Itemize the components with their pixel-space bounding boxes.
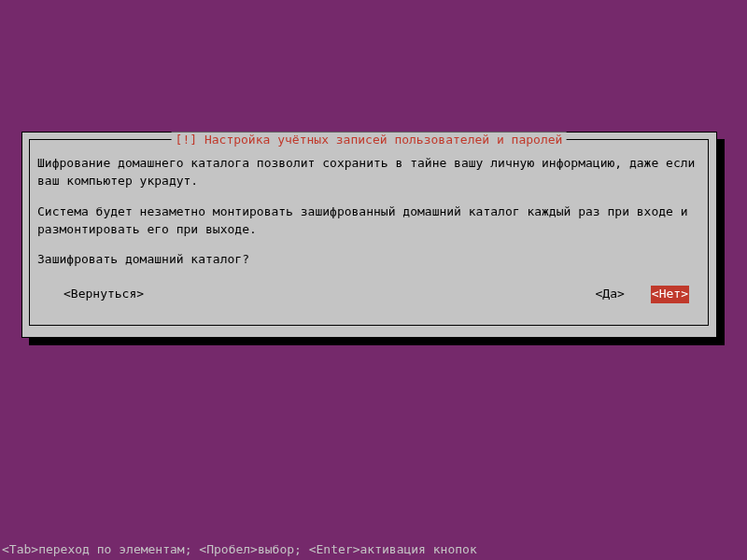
no-button[interactable]: <Нет> xyxy=(651,286,689,303)
dialog-question: Зашифровать домашний каталог? xyxy=(37,251,700,269)
dialog-paragraph-1: Шифрование домашнего каталога позволит с… xyxy=(37,155,700,190)
footer-hint: <Tab>переход по элементам; <Пробел>выбор… xyxy=(2,542,477,556)
dialog-content: Шифрование домашнего каталога позволит с… xyxy=(30,140,708,315)
dialog-frame: [!] Настройка учётных записей пользовате… xyxy=(29,139,709,326)
dialog-title: [!] Настройка учётных записей пользовате… xyxy=(172,133,567,147)
dialog-paragraph-2: Система будет незаметно монтировать заши… xyxy=(37,203,700,239)
title-marker: [!] xyxy=(176,133,197,147)
back-button[interactable]: <Вернуться> xyxy=(63,286,144,303)
yes-button[interactable]: <Да> xyxy=(596,286,625,303)
title-text: Настройка учётных записей пользователей … xyxy=(204,133,563,147)
button-row: <Вернуться> <Да> <Нет> xyxy=(37,282,700,303)
dialog: [!] Настройка учётных записей пользовате… xyxy=(21,132,717,338)
